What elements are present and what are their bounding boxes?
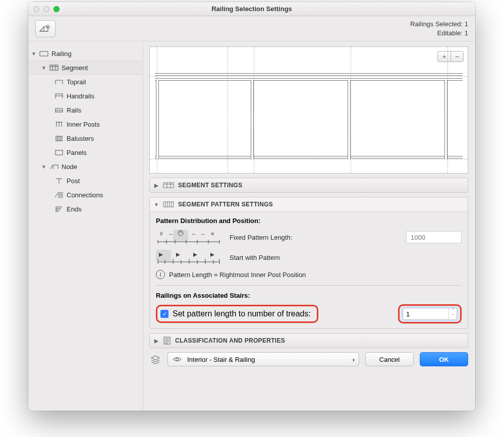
main-panel: + − xyxy=(143,41,475,411)
eye-icon xyxy=(172,356,182,363)
info-icon: i xyxy=(156,270,165,279)
toolbar: Railings Selected: 1 Editable: 1 xyxy=(28,16,475,41)
layer-name: Interior - Stair & Railing xyxy=(187,356,255,363)
tree-item-balusters[interactable]: Balusters xyxy=(28,131,143,145)
segment-settings-section[interactable]: ▶ SEGMENT SETTINGS xyxy=(149,178,468,193)
svg-text:↔: ↔ xyxy=(168,231,173,237)
tree-label: Panels xyxy=(67,149,87,156)
tree-item-panels[interactable]: Panels xyxy=(28,145,143,159)
tree-item-toprail[interactable]: Toprail xyxy=(28,75,143,89)
editable-text: Editable: 1 xyxy=(410,29,468,38)
fixed-pattern-length-input[interactable] xyxy=(406,231,462,243)
titlebar: Railing Selection Settings xyxy=(28,2,475,16)
chevron-right-icon: ▶ xyxy=(154,338,159,344)
tree-item-ends[interactable]: Ends xyxy=(28,202,143,216)
svg-text:↔: ↔ xyxy=(200,231,205,237)
divider xyxy=(156,285,462,286)
toprail-icon xyxy=(53,78,65,86)
svg-rect-2 xyxy=(163,183,174,188)
svg-rect-0 xyxy=(50,65,58,70)
tree-label: Post xyxy=(67,177,80,185)
preview-zoom-buttons: + − xyxy=(437,51,464,62)
tree-item-connections[interactable]: Connections xyxy=(28,188,143,202)
zoom-out-button[interactable]: − xyxy=(451,51,464,62)
dialog-window: Railing Selection Settings Railings Sele… xyxy=(28,2,475,411)
svg-rect-3 xyxy=(163,202,174,207)
tree-label: Inner Posts xyxy=(67,121,100,128)
node-icon xyxy=(48,162,60,171)
segment-settings-icon xyxy=(163,182,174,189)
favorites-button[interactable] xyxy=(35,20,55,37)
dialog-footer: Interior - Stair & Railing › Cancel OK xyxy=(149,352,468,366)
tree-item-post[interactable]: Post xyxy=(28,174,143,188)
tree-label: Toprail xyxy=(67,78,86,86)
checkbox-label: Set pattern length to number of treads: xyxy=(173,309,311,318)
stepper-down-icon[interactable]: ˅ xyxy=(449,314,457,319)
zoom-in-button[interactable]: + xyxy=(437,51,451,62)
tree-label: Connections xyxy=(67,191,103,199)
panels-icon xyxy=(53,148,65,156)
tree-item-railing[interactable]: ▼ Railing xyxy=(28,46,143,61)
start-with-pattern-label: Start with Pattern xyxy=(230,254,462,261)
tree-item-node[interactable]: ▼ Node xyxy=(28,159,143,174)
tree-item-handrails[interactable]: Handrails xyxy=(28,89,143,103)
tree-label: Handrails xyxy=(67,92,94,100)
pattern-settings-icon xyxy=(163,201,174,208)
tree-label: Rails xyxy=(67,106,81,114)
section-title: SEGMENT PATTERN SETTINGS xyxy=(178,201,273,208)
handrails-icon xyxy=(53,92,65,100)
tree-label: Segment xyxy=(62,64,88,72)
railings-selected-text: Railings Selected: 1 xyxy=(410,20,468,29)
cancel-button[interactable]: Cancel xyxy=(365,352,414,366)
svg-rect-5 xyxy=(173,230,188,241)
navigation-tree: ▼ Railing ▼ Segment T xyxy=(28,41,143,411)
treads-count-stepper[interactable]: ˄ ˅ xyxy=(403,308,457,320)
layers-icon xyxy=(149,354,161,364)
segment-icon xyxy=(48,64,60,72)
fixed-pattern-length-label: Fixed Pattern Length: xyxy=(230,234,398,241)
svg-text:↔: ↔ xyxy=(191,231,196,237)
rails-icon xyxy=(53,106,65,114)
svg-text:#: # xyxy=(160,231,163,237)
disclosure-icon: ▼ xyxy=(41,65,46,71)
tree-label: Railing xyxy=(51,50,72,58)
ok-button[interactable]: OK xyxy=(420,352,468,366)
chevron-right-icon: ▶ xyxy=(154,183,159,188)
segment-preview[interactable]: + − xyxy=(149,46,468,174)
connections-icon xyxy=(53,191,65,199)
assoc-stairs-label: Railings on Associated Stairs: xyxy=(156,292,462,299)
tree-item-inner-posts[interactable]: Inner Posts xyxy=(28,117,143,131)
svg-marker-23 xyxy=(210,253,214,257)
layer-combo[interactable]: Interior - Stair & Railing › xyxy=(167,352,359,366)
chevron-right-icon: › xyxy=(353,356,355,363)
set-pattern-length-checkbox[interactable]: ✓ Set pattern length to number of treads… xyxy=(156,305,318,323)
segment-pattern-settings-header[interactable]: ▼ SEGMENT PATTERN SETTINGS xyxy=(150,197,468,211)
treads-count-input[interactable] xyxy=(403,308,449,319)
section-title: CLASSIFICATION AND PROPERTIES xyxy=(175,337,285,344)
pattern-distribution-selector[interactable]: # ↔ ↔ ↔ ✕ xyxy=(156,230,221,245)
pattern-start-selector[interactable] xyxy=(156,250,221,265)
svg-rect-1 xyxy=(55,150,63,155)
svg-marker-21 xyxy=(176,253,180,257)
tree-label: Balusters xyxy=(67,135,94,142)
treads-count-highlight: ˄ ˅ xyxy=(398,304,462,323)
disclosure-icon: ▼ xyxy=(41,164,46,170)
segment-pattern-settings-section: ▼ SEGMENT PATTERN SETTINGS Pattern Distr… xyxy=(149,197,468,329)
selection-status: Railings Selected: 1 Editable: 1 xyxy=(410,20,468,37)
pattern-length-info-text: Pattern Length = Rightmost Inner Post Po… xyxy=(169,271,306,279)
disclosure-icon: ▼ xyxy=(31,51,36,57)
chevron-down-icon: ▼ xyxy=(154,202,159,207)
pattern-distribution-label: Pattern Distribution and Position: xyxy=(156,217,462,225)
svg-marker-22 xyxy=(193,253,197,257)
svg-point-35 xyxy=(176,358,179,361)
tree-item-rails[interactable]: Rails xyxy=(28,103,143,117)
tree-item-segment[interactable]: ▼ Segment xyxy=(28,61,143,75)
classification-section[interactable]: ▶ CLASSIFICATION AND PROPERTIES xyxy=(149,333,468,348)
svg-text:✕: ✕ xyxy=(210,231,214,237)
tree-label: Node xyxy=(62,163,77,171)
tree-label: Ends xyxy=(67,205,82,213)
classification-icon xyxy=(163,337,171,345)
balusters-icon xyxy=(53,134,65,142)
post-icon xyxy=(53,177,65,185)
checkbox-checked-icon: ✓ xyxy=(160,310,169,318)
